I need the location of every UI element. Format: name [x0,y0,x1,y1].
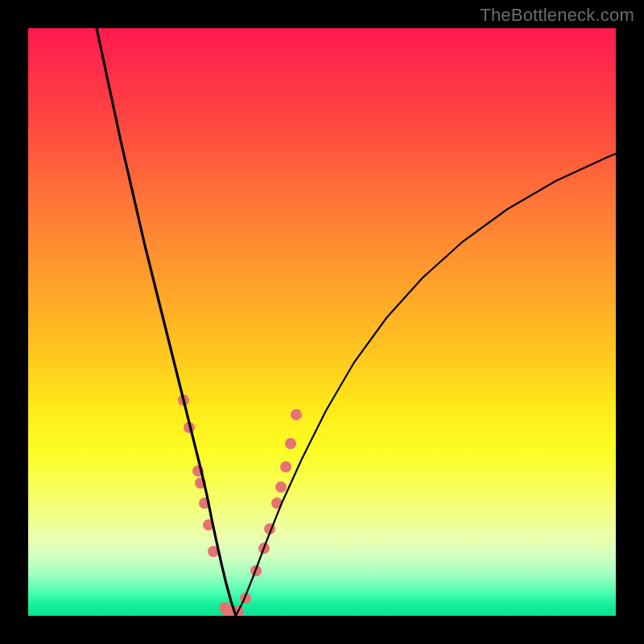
marker-dot [275,481,287,493]
chart-svg [28,28,616,616]
watermark-text: TheBottleneck.com [480,5,634,26]
right-curve [236,154,616,616]
outer-frame: TheBottleneck.com [0,0,644,644]
marker-dots-group [178,394,302,616]
marker-dot [285,438,296,449]
left-curve [97,28,236,616]
marker-dot [291,409,302,420]
plot-area [28,28,616,616]
marker-dot [280,461,291,473]
